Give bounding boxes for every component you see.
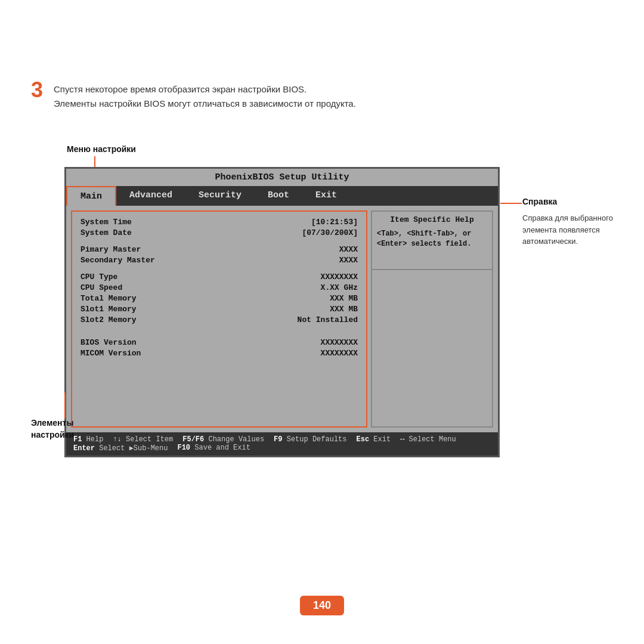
row-micom-version: MICOM Version XXXXXXXX bbox=[80, 349, 358, 358]
cpu-type-label: CPU Type bbox=[80, 273, 117, 281]
elements-label: Элементынастройки bbox=[31, 417, 74, 441]
system-time-label: System Time bbox=[80, 218, 132, 227]
secondary-master-label: Secondary Master bbox=[80, 256, 155, 265]
row-primary-master: Pimary Master XXXX bbox=[80, 245, 358, 254]
bios-menubar: Main Advanced Security Boot Exit bbox=[66, 186, 498, 206]
secondary-master-value: XXXX bbox=[339, 256, 358, 265]
slot1-memory-value: XXX MB bbox=[330, 305, 358, 314]
menu-item-security[interactable]: Security bbox=[185, 186, 255, 206]
elements-callout-line bbox=[64, 392, 66, 419]
cpu-speed-label: CPU Speed bbox=[80, 283, 122, 292]
row-slot2-memory: Slot2 Memory Not Installed bbox=[80, 315, 358, 324]
row-cpu-speed: CPU Speed X.XX GHz bbox=[80, 283, 358, 292]
step-number: 3 bbox=[31, 78, 43, 103]
menu-item-exit[interactable]: Exit bbox=[302, 186, 350, 206]
cpu-speed-value: X.XX GHz bbox=[321, 283, 358, 292]
status-f9: F9 Setup Defaults bbox=[274, 435, 346, 444]
status-lr-arrows: ↔ Select Menu bbox=[400, 435, 456, 444]
bios-left-panel: System Time [10:21:53] System Date [07/3… bbox=[71, 210, 367, 428]
row-slot1-memory: Slot1 Memory XXX MB bbox=[80, 305, 358, 314]
row-cpu-type: CPU Type XXXXXXXX bbox=[80, 273, 358, 281]
bios-version-label: BIOS Version bbox=[80, 338, 137, 347]
primary-master-value: XXXX bbox=[339, 245, 358, 254]
bios-content: System Time [10:21:53] System Date [07/3… bbox=[66, 206, 498, 432]
row-system-time: System Time [10:21:53] bbox=[80, 218, 358, 227]
bios-right-panel: Item Specific Help <Tab>, <Shift-Tab>, o… bbox=[371, 210, 493, 428]
instruction-line2: Элементы настройки BIOS могут отличаться… bbox=[54, 97, 356, 111]
total-memory-value: XXX MB bbox=[330, 294, 358, 303]
total-memory-label: Total Memory bbox=[80, 294, 137, 303]
menu-item-main[interactable]: Main bbox=[66, 186, 116, 206]
primary-master-label: Pimary Master bbox=[80, 245, 141, 254]
spravka-description: Справка для выбранного элемента появляет… bbox=[522, 212, 618, 247]
instruction-line1: Спустя некоторое время отобразится экран… bbox=[54, 82, 356, 97]
help-text: <Tab>, <Shift-Tab>, or <Enter> selects f… bbox=[377, 229, 487, 249]
row-secondary-master: Secondary Master XXXX bbox=[80, 256, 358, 265]
menu-item-advanced[interactable]: Advanced bbox=[116, 186, 185, 206]
bios-screen: PhoenixBIOS Setup Utility Main Advanced … bbox=[64, 167, 500, 457]
system-date-value: [07/30/200X] bbox=[302, 228, 358, 237]
row-total-memory: Total Memory XXX MB bbox=[80, 294, 358, 303]
instruction-text: Спустя некоторое время отобразится экран… bbox=[54, 82, 356, 111]
micom-version-label: MICOM Version bbox=[80, 349, 141, 358]
cpu-type-value: XXXXXXXX bbox=[321, 273, 358, 281]
row-system-date: System Date [07/30/200X] bbox=[80, 228, 358, 237]
row-bios-version: BIOS Version XXXXXXXX bbox=[80, 338, 358, 347]
status-f5f6: F5/F6 Change Values bbox=[182, 435, 264, 444]
menu-item-boot[interactable]: Boot bbox=[255, 186, 302, 206]
help-title: Item Specific Help bbox=[377, 215, 487, 224]
status-f10: F10 Save and Exit bbox=[177, 444, 250, 453]
help-lower bbox=[371, 270, 493, 428]
system-date-label: System Date bbox=[80, 228, 132, 237]
menu-label: Меню настройки bbox=[67, 144, 136, 154]
micom-version-value: XXXXXXXX bbox=[321, 349, 358, 358]
help-box: Item Specific Help <Tab>, <Shift-Tab>, o… bbox=[371, 210, 493, 270]
spravka-label: Справка bbox=[522, 197, 557, 206]
bios-title: PhoenixBIOS Setup Utility bbox=[66, 169, 498, 186]
status-arrows: ↑↓ Select Item bbox=[113, 435, 173, 444]
bios-version-value: XXXXXXXX bbox=[321, 338, 358, 347]
status-enter: Enter Select ▶Sub-Menu bbox=[73, 444, 168, 453]
status-esc: Esc Exit bbox=[357, 435, 391, 444]
status-f1: F1 Help bbox=[73, 435, 103, 444]
bios-statusbar: F1 Help ↑↓ Select Item F5/F6 Change Valu… bbox=[66, 432, 498, 456]
slot2-memory-label: Slot2 Memory bbox=[80, 315, 137, 324]
system-time-value: [10:21:53] bbox=[311, 218, 358, 227]
spravka-callout-line bbox=[500, 203, 522, 204]
slot1-memory-label: Slot1 Memory bbox=[80, 305, 137, 314]
page-number: 140 bbox=[300, 596, 344, 615]
slot2-memory-value: Not Installed bbox=[298, 315, 358, 324]
